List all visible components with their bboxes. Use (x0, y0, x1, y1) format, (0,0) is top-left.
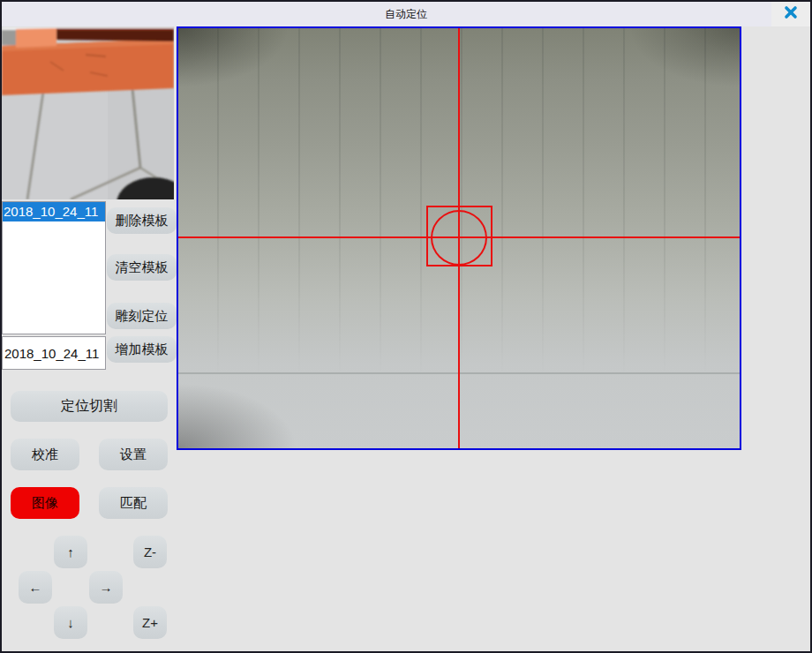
position-cut-button[interactable]: 定位切割 (11, 391, 168, 422)
titlebar: 自动定位 (2, 2, 810, 26)
jog-up-button[interactable]: ↑ (54, 536, 87, 568)
template-list-item[interactable]: 2018_10_24_11 (3, 202, 105, 221)
close-x-icon (784, 5, 798, 23)
template-thumbnail (2, 26, 174, 199)
calibrate-button[interactable]: 校准 (11, 439, 79, 470)
template-list[interactable]: 2018_10_24_11 (2, 201, 106, 334)
jog-left-button[interactable]: ← (19, 571, 52, 604)
camera-view (177, 26, 741, 450)
camera-snapshot-thumbnail-image (2, 187, 174, 199)
clear-templates-button[interactable]: 清空模板 (107, 254, 177, 281)
jog-z-plus-button[interactable]: Z+ (133, 606, 167, 639)
template-name-field[interactable]: 2018_10_24_11 (2, 336, 106, 370)
auto-position-dialog: 自动定位 (0, 0, 812, 653)
dialog-title: 自动定位 (2, 2, 810, 26)
match-button[interactable]: 匹配 (99, 487, 168, 519)
add-template-button[interactable]: 增加模板 (107, 336, 177, 363)
jog-right-button[interactable]: → (89, 571, 123, 604)
engrave-position-button[interactable]: 雕刻定位 (107, 303, 177, 329)
template-match-circle (431, 210, 487, 266)
close-button[interactable] (771, 2, 810, 26)
jog-down-button[interactable]: ↓ (54, 606, 87, 639)
settings-button[interactable]: 设置 (99, 439, 168, 470)
delete-template-button[interactable]: 删除模板 (107, 207, 177, 234)
image-button[interactable]: 图像 (11, 487, 79, 519)
jog-z-minus-button[interactable]: Z- (133, 536, 167, 568)
